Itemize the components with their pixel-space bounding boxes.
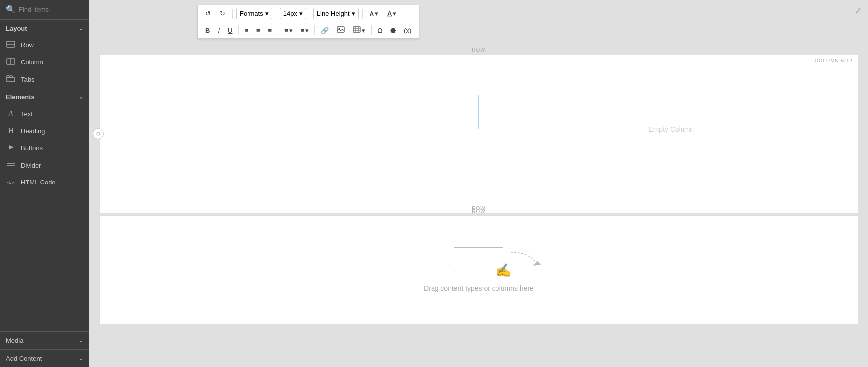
fontsize-dropdown[interactable]: 14px ▾	[280, 8, 306, 19]
toolbar-row-2: B I U ≡ ≡ ≡ ≡ ▾ ≡ ▾ 🔗	[198, 22, 419, 38]
toolbar-sep-1	[232, 9, 233, 19]
toolbar-sep-3	[310, 9, 310, 19]
table-button[interactable]: ▾	[349, 24, 369, 36]
main-canvas: ⤢ ↺ ↻ Formats ▾ 14px ▾ Line Height ▾ A	[89, 0, 868, 367]
font-bg-arrow-icon: ▾	[393, 10, 396, 17]
search-container[interactable]: 🔍	[0, 0, 89, 20]
svg-point-17	[97, 132, 100, 135]
layout-section-label: Layout	[6, 25, 27, 32]
ordered-list-button[interactable]: ≡ ▾	[281, 25, 296, 36]
bold-icon: B	[205, 27, 210, 34]
layout-chevron-icon: ⌄	[79, 25, 83, 32]
elements-section-header[interactable]: Elements ⌄	[0, 88, 89, 105]
sidebar-item-heading[interactable]: H Heading	[0, 122, 89, 139]
lineheight-arrow-icon: ▾	[352, 10, 355, 17]
font-color-button[interactable]: A ▾	[366, 8, 382, 19]
toolbar-sep-6	[278, 25, 278, 35]
toolbar-row-1: ↺ ↻ Formats ▾ 14px ▾ Line Height ▾ A ▾	[198, 5, 419, 22]
align-center-button[interactable]: ≡	[253, 25, 264, 36]
column-right: COLUMN 6/12 Empty Column	[485, 55, 858, 204]
align-right-icon: ≡	[268, 27, 272, 34]
add-content-section-header[interactable]: Add Content ⌄	[0, 349, 89, 367]
html-code-icon: </>	[6, 180, 16, 185]
block-button[interactable]: ⬣	[387, 25, 399, 36]
html-code-label: HTML Code	[21, 179, 56, 186]
add-content-label: Add Content	[6, 355, 42, 362]
font-color-arrow-icon: ▾	[375, 10, 378, 17]
underline-button[interactable]: U	[224, 25, 236, 36]
row-2: ROW ✍ Drag content types or columns here	[99, 215, 858, 324]
row-2-label: ROW	[472, 209, 485, 214]
row-label: Row	[21, 41, 34, 49]
row-1-label: ROW	[472, 47, 485, 53]
lineheight-dropdown[interactable]: Line Height ▾	[313, 8, 359, 19]
table-icon	[353, 26, 361, 34]
expand-icon[interactable]: ⤢	[855, 6, 861, 15]
align-left-icon: ≡	[245, 27, 248, 34]
buttons-label: Buttons	[21, 144, 43, 152]
svg-rect-5	[7, 76, 9, 78]
image-icon	[337, 26, 345, 34]
drag-hint-text: Drag content types or columns here	[424, 284, 534, 292]
column-left	[100, 55, 485, 204]
link-icon: 🔗	[321, 27, 329, 34]
tabs-icon	[6, 75, 16, 84]
font-bg-button[interactable]: A ▾	[384, 8, 400, 19]
unordered-list-arrow-icon: ▾	[305, 27, 309, 34]
search-input[interactable]	[19, 6, 83, 13]
heading-icon: H	[6, 127, 16, 135]
media-section-header[interactable]: Media ⌄	[0, 331, 89, 349]
sidebar-item-divider[interactable]: Divider	[0, 157, 89, 174]
layout-section-header[interactable]: Layout ⌄	[0, 20, 89, 36]
bold-button[interactable]: B	[202, 25, 213, 36]
svg-marker-18	[533, 261, 541, 266]
lineheight-label: Line Height	[317, 10, 350, 17]
tabs-label: Tabs	[21, 76, 34, 83]
divider-icon	[6, 161, 16, 170]
sidebar-item-text[interactable]: A Text	[0, 105, 89, 122]
toolbar-sep-7	[314, 25, 315, 35]
image-button[interactable]	[333, 24, 348, 36]
divider-label: Divider	[21, 162, 41, 169]
media-section-label: Media	[6, 337, 23, 344]
add-content-chevron-icon: ⌄	[79, 355, 83, 362]
omega-icon: Ω	[377, 27, 382, 34]
text-editor-toolbar: ↺ ↻ Formats ▾ 14px ▾ Line Height ▾ A ▾	[197, 5, 419, 39]
font-color-a-icon: A	[370, 10, 374, 17]
sidebar-item-row[interactable]: Row	[0, 36, 89, 54]
link-button[interactable]: 🔗	[317, 25, 332, 36]
columns-wrapper-1: COLUMN 6/12 Empty Column	[100, 55, 858, 204]
formats-arrow-icon: ▾	[265, 10, 269, 17]
redo-button[interactable]: ↻	[216, 8, 229, 19]
variable-icon: (x)	[404, 27, 411, 34]
sidebar-item-tabs[interactable]: Tabs	[0, 71, 89, 88]
block-icon: ⬣	[390, 27, 396, 34]
italic-button[interactable]: I	[214, 25, 223, 36]
ordered-list-icon: ≡	[284, 27, 288, 34]
table-arrow-icon: ▾	[362, 27, 365, 34]
sidebar: 🔍 Layout ⌄ Row Column Tabs Elements ⌄ A …	[0, 0, 89, 367]
text-label: Text	[21, 110, 33, 118]
svg-marker-7	[9, 145, 14, 149]
align-left-button[interactable]: ≡	[241, 25, 252, 36]
undo-button[interactable]: ↺	[202, 8, 214, 19]
row-1-handle[interactable]	[93, 128, 104, 139]
sidebar-item-column[interactable]: Column	[0, 54, 89, 71]
elements-chevron-icon: ⌄	[79, 94, 83, 100]
formats-dropdown[interactable]: Formats ▾	[236, 8, 272, 19]
toolbar-sep-8	[371, 25, 372, 35]
italic-icon: I	[218, 27, 220, 34]
special-chars-button[interactable]: Ω	[374, 25, 386, 36]
unordered-list-icon: ≡	[301, 27, 305, 34]
ordered-list-arrow-icon: ▾	[289, 27, 293, 34]
toolbar-sep-2	[276, 9, 276, 19]
sidebar-item-buttons[interactable]: Buttons	[0, 139, 89, 157]
variable-button[interactable]: (x)	[400, 25, 415, 36]
align-right-button[interactable]: ≡	[265, 25, 276, 36]
media-chevron-icon: ⌄	[79, 337, 83, 344]
text-editor-content[interactable]	[106, 95, 479, 129]
unordered-list-button[interactable]: ≡ ▾	[297, 25, 312, 36]
heading-label: Heading	[21, 127, 45, 135]
sidebar-item-html-code[interactable]: </> HTML Code	[0, 174, 89, 190]
formats-label: Formats	[240, 10, 263, 17]
